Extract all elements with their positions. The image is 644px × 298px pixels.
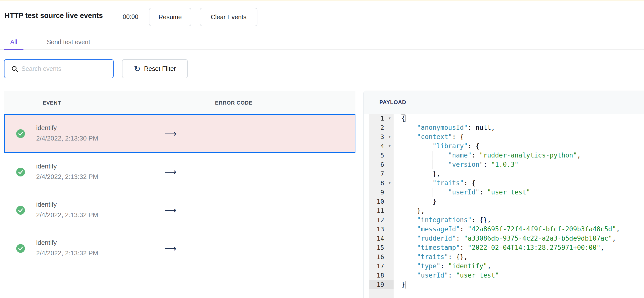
line-number-cell: 11	[369, 206, 394, 215]
tab-all[interactable]: All	[4, 35, 24, 49]
event-timestamp: 2/4/2022, 2:13:32 PM	[36, 211, 98, 219]
event-row[interactable]: identify2/4/2022, 2:13:30 PM⟶	[4, 114, 356, 153]
payload-title: PAYLOAD	[379, 91, 406, 114]
fold-arrow-icon[interactable]: ▾	[388, 132, 390, 142]
line-number-cell: 5	[369, 151, 394, 160]
line-number: 1	[380, 114, 384, 123]
code-line: 6"version": "1.0.3"	[364, 160, 644, 169]
payload-json-editor[interactable]: 1▾{2"anonymousId": null,3▾"context": {4▾…	[364, 114, 644, 298]
line-number-cell: 2	[369, 123, 394, 132]
event-row[interactable]: identify2/4/2022, 2:13:32 PM⟶	[4, 191, 356, 229]
live-events-timer: 00:00	[123, 13, 138, 21]
line-number: 9	[380, 188, 384, 197]
event-row[interactable]: identify2/4/2022, 2:13:32 PM⟶	[4, 229, 356, 267]
live-events-table: EVENT ERROR CODE identify2/4/2022, 2:13:…	[4, 91, 356, 267]
code-line-text: "version": "1.0.3"	[401, 160, 518, 169]
code-line: 7},	[364, 169, 644, 178]
event-timestamp: 2/4/2022, 2:13:32 PM	[36, 173, 98, 181]
line-number: 15	[376, 243, 384, 252]
code-line-text: "userId": "user_test"	[401, 271, 499, 280]
code-line-text: },	[401, 206, 425, 215]
code-line-text: "integrations": {},	[401, 215, 491, 225]
events-table-header: EVENT ERROR CODE	[4, 91, 356, 114]
code-line: 5"name": "rudder-analytics-python",	[364, 151, 644, 160]
code-line-text: "context": {	[401, 132, 464, 142]
long-right-arrow-icon: ⟶	[164, 243, 176, 253]
code-line-text: "userId": "user_test"	[401, 188, 530, 197]
line-number: 12	[376, 215, 384, 225]
success-check-circle-icon	[16, 206, 25, 215]
code-line: 11},	[364, 206, 644, 215]
code-line: 4▾"library": {	[364, 142, 644, 151]
line-number: 16	[376, 252, 384, 261]
code-line-text: "name": "rudder-analytics-python",	[401, 151, 581, 160]
search-events-box[interactable]	[4, 59, 114, 78]
code-line-text: "traits": {	[401, 178, 476, 188]
line-number: 2	[380, 123, 384, 132]
line-number-cell: 10	[369, 197, 394, 206]
line-number: 4	[380, 142, 384, 151]
long-right-arrow-icon: ⟶	[164, 129, 176, 139]
code-line-text: "traits": {},	[401, 252, 468, 261]
text-cursor	[406, 281, 406, 288]
line-number-cell: 3▾	[369, 132, 394, 142]
line-number: 19	[376, 280, 384, 289]
line-number: 11	[376, 206, 384, 215]
line-number: 6	[380, 160, 384, 169]
line-number-cell: 16	[369, 252, 394, 261]
reset-filter-button[interactable]: ↻ Reset Filter	[122, 59, 188, 78]
search-icon	[11, 65, 18, 73]
success-check-circle-icon	[16, 244, 25, 253]
event-timestamp: 2/4/2022, 2:13:32 PM	[36, 249, 98, 257]
fold-arrow-icon[interactable]: ▾	[388, 114, 390, 123]
code-line-text: },	[401, 169, 440, 178]
page-title: HTTP test source live events	[4, 12, 103, 20]
code-line-text: {	[401, 114, 405, 123]
event-timestamp: 2/4/2022, 2:13:30 PM	[36, 135, 98, 142]
active-tab-underline	[4, 49, 24, 50]
line-number-cell: 14	[369, 234, 394, 243]
code-line: 14"rudderId": "a33086db-9375-4c22-a2a3-b…	[364, 234, 644, 243]
fold-arrow-icon[interactable]: ▾	[388, 178, 390, 188]
code-line: 10}	[364, 197, 644, 206]
event-type-label: identify	[36, 124, 56, 132]
clear-events-button[interactable]: Clear Events	[200, 8, 258, 26]
tab-send-test-event[interactable]: Send test event	[43, 35, 94, 49]
line-number: 17	[376, 261, 384, 271]
line-number-cell: 4▾	[369, 142, 394, 151]
code-line-text: }	[401, 280, 406, 289]
line-number-cell: 19	[369, 280, 394, 289]
line-number: 7	[380, 169, 384, 178]
refresh-icon: ↻	[134, 65, 141, 73]
line-number-cell: 13	[369, 225, 394, 234]
code-line: 12"integrations": {},	[364, 215, 644, 225]
event-type-label: identify	[36, 162, 56, 170]
line-number-cell: 1▾	[369, 114, 394, 123]
code-line: 3▾"context": {	[364, 132, 644, 142]
search-events-input[interactable]	[22, 61, 111, 76]
event-type-label: identify	[36, 239, 56, 247]
line-number: 13	[376, 225, 384, 234]
line-number: 8	[380, 178, 384, 188]
code-line: 8▾"traits": {	[364, 178, 644, 188]
line-number: 10	[376, 197, 384, 206]
event-row[interactable]: identify2/4/2022, 2:13:32 PM⟶	[4, 153, 356, 191]
long-right-arrow-icon: ⟶	[164, 167, 176, 177]
line-number: 14	[376, 234, 384, 243]
column-header-event: EVENT	[43, 91, 61, 114]
line-number-cell: 17	[369, 261, 394, 271]
line-number: 5	[380, 151, 384, 160]
code-line: 16"traits": {},	[364, 252, 644, 261]
code-line-text: }	[401, 197, 436, 206]
code-line-text: "messageId": "42a8695f-72f4-4f9f-bfcf-20…	[401, 225, 620, 234]
code-line: 15"timestamp": "2022-02-04T14:13:28.2759…	[364, 243, 644, 252]
resume-button[interactable]: Resume	[149, 8, 191, 26]
code-line: 2"anonymousId": null,	[364, 123, 644, 132]
top-accent-bar	[0, 0, 644, 1]
line-number-cell: 8▾	[369, 178, 394, 188]
line-number-cell: 6	[369, 160, 394, 169]
payload-header: PAYLOAD	[364, 91, 644, 114]
column-header-error-code: ERROR CODE	[215, 91, 252, 114]
fold-arrow-icon[interactable]: ▾	[388, 142, 390, 151]
code-line-text: "timestamp": "2022-02-04T14:13:28.275971…	[401, 243, 604, 252]
